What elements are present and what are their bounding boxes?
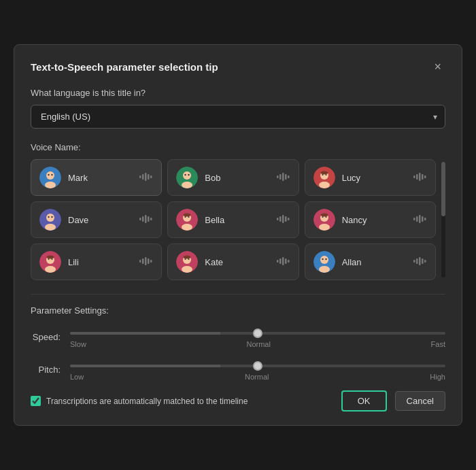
voice-section-label: Voice Name:	[31, 142, 445, 152]
wave-icon-bob	[277, 172, 290, 184]
language-section-label: What language is this title in?	[31, 88, 445, 98]
wave-icon-bella	[277, 214, 290, 226]
svg-point-87	[319, 266, 330, 273]
svg-point-22	[319, 182, 330, 188]
wave-icon-lili	[139, 256, 153, 268]
svg-point-32	[46, 214, 54, 222]
voice-card-nancy[interactable]: Nancy	[305, 201, 436, 238]
scrollbar-thumb	[441, 162, 445, 216]
svg-point-88	[322, 258, 323, 260]
svg-point-35	[51, 216, 52, 218]
avatar-lili	[39, 251, 61, 273]
svg-rect-90	[413, 260, 415, 263]
voice-name-allan: Allan	[342, 257, 407, 267]
speed-label: Speed:	[31, 332, 61, 342]
svg-rect-47	[277, 218, 279, 220]
svg-rect-84	[288, 260, 290, 263]
svg-point-1	[46, 171, 54, 180]
svg-rect-19	[288, 175, 290, 178]
svg-point-12	[182, 182, 192, 188]
pitch-slider[interactable]	[70, 365, 445, 367]
language-select[interactable]: English (US) English (UK) Spanish French…	[31, 105, 445, 129]
transcription-label-text: Transcriptions are automatically matched…	[46, 397, 248, 406]
svg-rect-60	[419, 215, 421, 223]
param-section-label: Parameter Settings:	[31, 305, 445, 316]
pitch-high-label: High	[430, 373, 445, 381]
svg-rect-49	[282, 215, 284, 223]
avatar-bella	[176, 209, 198, 231]
svg-rect-80	[277, 260, 279, 263]
voice-grid: Mark Bob Lucy Dave Bella	[31, 159, 436, 280]
wave-icon-dave	[139, 214, 153, 226]
svg-rect-61	[422, 216, 424, 222]
svg-rect-69	[139, 260, 141, 263]
svg-rect-62	[424, 218, 426, 220]
svg-rect-36	[139, 218, 141, 220]
voice-card-bob[interactable]: Bob	[167, 159, 299, 196]
avatar-lucy	[313, 167, 335, 188]
svg-rect-29	[422, 174, 424, 180]
svg-point-33	[45, 224, 56, 231]
svg-rect-16	[279, 174, 282, 180]
speed-slow-label: Slow	[70, 340, 86, 348]
avatar-dave	[39, 209, 61, 231]
svg-rect-7	[145, 173, 147, 181]
voice-card-allan[interactable]: Allan	[305, 244, 436, 280]
svg-rect-81	[279, 258, 282, 264]
svg-rect-71	[145, 257, 147, 265]
divider	[31, 294, 445, 295]
voice-card-dave[interactable]: Dave	[31, 201, 162, 238]
voice-card-mark[interactable]: Mark	[31, 159, 162, 196]
transcription-checkbox[interactable]	[31, 396, 41, 406]
close-button[interactable]: ×	[430, 58, 445, 75]
voice-card-lucy[interactable]: Lucy	[305, 159, 436, 196]
voice-name-lili: Lili	[68, 257, 133, 267]
voice-name-lucy: Lucy	[342, 173, 407, 183]
avatar-nancy	[313, 209, 335, 231]
svg-rect-82	[282, 257, 284, 265]
svg-rect-58	[413, 218, 415, 220]
svg-point-13	[185, 174, 186, 175]
pitch-low-label: Low	[70, 373, 84, 381]
scrollbar-track[interactable]	[441, 162, 445, 278]
pitch-label: Pitch:	[31, 365, 61, 375]
voice-name-nancy: Nancy	[342, 215, 407, 225]
pitch-slider-container: Low Normal High	[70, 358, 445, 381]
ok-button[interactable]: OK	[341, 390, 387, 412]
cancel-button[interactable]: Cancel	[395, 391, 445, 411]
voice-card-kate[interactable]: Kate	[167, 244, 299, 280]
voice-name-bella: Bella	[205, 215, 269, 225]
speed-slider[interactable]	[70, 332, 445, 335]
svg-point-25	[320, 171, 328, 175]
svg-rect-37	[142, 216, 144, 222]
language-select-wrapper: English (US) English (UK) Spanish French…	[31, 105, 445, 129]
svg-rect-59	[416, 216, 418, 222]
svg-rect-40	[150, 218, 152, 220]
svg-point-89	[325, 258, 326, 260]
avatar-bob	[176, 167, 198, 188]
transcription-checkbox-label[interactable]: Transcriptions are automatically matched…	[31, 396, 333, 406]
speed-row: Speed: Slow Normal Fast	[31, 325, 445, 348]
pitch-normal-label: Normal	[245, 373, 269, 381]
svg-rect-39	[148, 216, 150, 222]
svg-rect-27	[416, 174, 418, 180]
voice-card-lili[interactable]: Lili	[31, 244, 162, 280]
wave-icon-lucy	[413, 172, 427, 184]
svg-rect-18	[285, 174, 287, 180]
svg-point-86	[320, 256, 328, 264]
svg-rect-91	[416, 258, 418, 264]
svg-rect-70	[142, 258, 144, 264]
svg-rect-72	[148, 258, 150, 264]
wave-icon-allan	[413, 256, 427, 268]
svg-rect-93	[422, 258, 424, 264]
svg-rect-30	[424, 175, 426, 178]
svg-rect-6	[142, 174, 144, 180]
avatar-mark	[39, 167, 61, 188]
svg-point-3	[48, 174, 49, 175]
svg-point-11	[183, 171, 191, 180]
wave-icon-mark	[139, 172, 153, 184]
voice-card-bella[interactable]: Bella	[167, 201, 299, 238]
pitch-row: Pitch: Low Normal High	[31, 358, 445, 381]
voice-grid-container: Mark Bob Lucy Dave Bella	[31, 159, 445, 280]
svg-point-57	[320, 214, 328, 217]
